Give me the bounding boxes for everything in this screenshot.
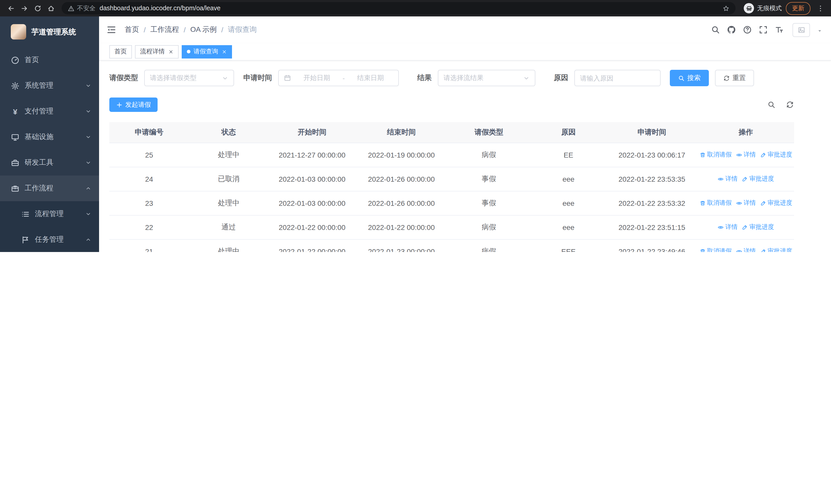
cell-end-time: 2022-01-22 00:00:00 xyxy=(356,215,447,239)
browser-home-button[interactable] xyxy=(44,2,57,15)
chevron-up-icon xyxy=(85,185,91,191)
leave-type-label: 请假类型 xyxy=(109,73,138,83)
approval-progress-label: 审批进度 xyxy=(768,150,792,159)
cell-start-time: 2022-01-22 00:00:00 xyxy=(268,215,356,239)
end-date-placeholder: 结束日期 xyxy=(348,73,393,83)
chevron-down-icon xyxy=(85,211,91,217)
reset-button[interactable]: 重置 xyxy=(715,70,754,86)
detail-link[interactable]: 详情 xyxy=(736,150,756,159)
url-bar[interactable]: 不安全 dashboard.yudao.iocoder.cn/bpm/oa/le… xyxy=(62,2,736,14)
close-icon[interactable] xyxy=(222,49,227,54)
font-size-icon[interactable] xyxy=(775,25,784,34)
sidebar-item-4[interactable]: 研发工具 xyxy=(0,150,99,176)
edit-icon xyxy=(760,200,766,206)
cell-reason: eee xyxy=(531,191,606,215)
create-leave-label: 发起请假 xyxy=(125,100,151,109)
refresh-icon xyxy=(723,75,730,81)
approval-progress-link[interactable]: 审批进度 xyxy=(742,175,774,183)
gear-icon xyxy=(11,81,20,90)
app-logo-row[interactable]: 芋道管理系统 xyxy=(0,17,99,47)
sidebar: 芋道管理系统 首页系统管理¥支付管理基础设施研发工具工作流程流程管理任务管理我的… xyxy=(0,17,99,252)
detail-label: 详情 xyxy=(725,223,738,232)
cell-start-time: 2022-01-22 00:00:00 xyxy=(268,239,356,252)
github-icon[interactable] xyxy=(727,25,736,34)
screenshot-root: 不安全 dashboard.yudao.iocoder.cn/bpm/oa/le… xyxy=(0,0,831,252)
breadcrumb-item-workflow[interactable]: 工作流程 xyxy=(150,25,179,34)
chevron-up-icon xyxy=(85,237,91,243)
search-button[interactable]: 搜索 xyxy=(670,70,709,86)
browser-forward-button[interactable] xyxy=(18,2,31,15)
filter-leave-type: 请假类型 请选择请假类型 xyxy=(109,70,234,86)
cancel-leave-link[interactable]: 取消请假 xyxy=(699,199,732,207)
fullscreen-icon[interactable] xyxy=(758,25,768,34)
close-icon[interactable] xyxy=(168,49,173,54)
dashboard-icon xyxy=(11,56,20,64)
cell-actions: 取消请假详情审批进度 xyxy=(697,191,794,215)
sidebar-item-label: 流程管理 xyxy=(35,209,64,219)
refresh-table-icon[interactable] xyxy=(786,100,794,109)
cell-start-time: 2022-01-03 00:00:00 xyxy=(268,191,356,215)
sidebar-collapse-icon[interactable] xyxy=(106,25,116,35)
detail-link[interactable]: 详情 xyxy=(736,199,756,207)
cell-apply-time: 2022-01-22 23:53:32 xyxy=(606,191,697,215)
header-search-icon[interactable] xyxy=(711,25,720,34)
cell-reason: EE xyxy=(531,143,606,167)
bookmark-star-icon[interactable] xyxy=(723,5,729,11)
column-header-status: 状态 xyxy=(189,122,268,143)
broken-image-icon xyxy=(797,26,805,34)
cell-apply-time: 2022-01-22 23:49:46 xyxy=(606,239,697,252)
tab-process-detail[interactable]: 流程详情 xyxy=(135,45,179,58)
sidebar-item-1[interactable]: 系统管理 xyxy=(0,73,99,98)
leave-type-placeholder: 请选择请假类型 xyxy=(150,73,222,83)
cancel-leave-link[interactable]: 取消请假 xyxy=(699,247,732,252)
cancel-leave-link[interactable]: 取消请假 xyxy=(699,150,732,159)
cell-request-id: 25 xyxy=(109,143,189,167)
detail-link[interactable]: 详情 xyxy=(736,247,756,252)
cell-request-id: 24 xyxy=(109,167,189,191)
tab-leave-query[interactable]: 请假查询 xyxy=(182,45,232,58)
yen-icon: ¥ xyxy=(11,107,20,116)
detail-link[interactable]: 详情 xyxy=(718,175,738,183)
reason-label: 原因 xyxy=(554,73,568,83)
cell-request-id: 21 xyxy=(109,239,189,252)
user-menu-caret-icon[interactable] xyxy=(816,27,823,34)
list-icon xyxy=(21,210,30,218)
sidebar-item-6[interactable]: 流程管理 xyxy=(0,201,99,227)
approval-progress-link[interactable]: 审批进度 xyxy=(742,223,774,232)
help-icon[interactable] xyxy=(743,25,752,34)
browser-update-button[interactable]: 更新 xyxy=(786,2,810,14)
leave-type-select[interactable]: 请选择请假类型 xyxy=(144,70,234,86)
sidebar-item-2[interactable]: ¥支付管理 xyxy=(0,98,99,124)
sidebar-item-3[interactable]: 基础设施 xyxy=(0,124,99,150)
detail-link[interactable]: 详情 xyxy=(718,223,738,232)
reason-input[interactable] xyxy=(574,70,661,86)
cell-end-time: 2022-01-26 00:00:00 xyxy=(356,191,447,215)
sidebar-item-5[interactable]: 工作流程 xyxy=(0,176,99,201)
result-select[interactable]: 请选择流结果 xyxy=(438,70,535,86)
home-icon xyxy=(47,4,55,12)
tab-home[interactable]: 首页 xyxy=(109,45,132,58)
create-leave-button[interactable]: 发起请假 xyxy=(109,97,157,112)
cell-end-time: 2022-01-19 00:00:00 xyxy=(356,143,447,167)
user-avatar[interactable] xyxy=(793,23,810,37)
sidebar-item-0[interactable]: 首页 xyxy=(0,47,99,73)
tab-label: 首页 xyxy=(114,47,127,56)
approval-progress-link[interactable]: 审批进度 xyxy=(760,199,792,207)
cell-leave-type: 事假 xyxy=(447,167,531,191)
breadcrumb-item-home[interactable]: 首页 xyxy=(125,25,139,34)
breadcrumb-item-oa-example[interactable]: OA 示例 xyxy=(191,25,217,34)
apply-time-range-picker[interactable]: 开始日期 - 结束日期 xyxy=(278,70,399,86)
toggle-search-icon[interactable] xyxy=(767,100,776,109)
eye-icon xyxy=(736,200,742,206)
browser-menu-button[interactable] xyxy=(813,2,827,15)
cell-end-time: 2022-01-26 00:00:00 xyxy=(356,167,447,191)
approval-progress-link[interactable]: 审批进度 xyxy=(760,247,792,252)
cell-leave-type: 病假 xyxy=(447,215,531,239)
sidebar-item-7[interactable]: 任务管理 xyxy=(0,227,99,252)
navbar: 首页 / 工作流程 / OA 示例 / 请假查询 xyxy=(99,17,831,43)
browser-back-button[interactable] xyxy=(4,2,18,15)
approval-progress-link[interactable]: 审批进度 xyxy=(760,150,792,159)
column-header-end-time: 结束时间 xyxy=(356,122,447,143)
monitor-icon xyxy=(11,133,20,141)
browser-reload-button[interactable] xyxy=(31,2,44,15)
